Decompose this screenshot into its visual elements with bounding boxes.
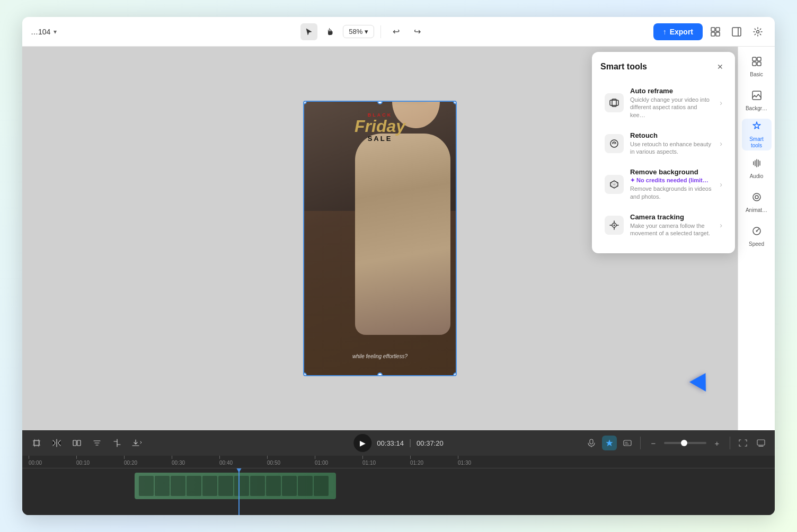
tl-download-button[interactable] <box>129 435 145 451</box>
remove-bg-badge: ✦ No credits needed (limit… <box>630 177 713 184</box>
svg-rect-0 <box>711 28 715 31</box>
svg-point-22 <box>614 143 615 144</box>
panel-item-speed[interactable]: Speed <box>742 220 772 252</box>
zoom-level: 58% <box>349 28 362 36</box>
svg-rect-12 <box>752 62 756 66</box>
zoom-control[interactable]: 58% ▾ <box>343 25 374 38</box>
hand-tool-button[interactable] <box>322 23 339 40</box>
audio-label: Audio <box>750 173 764 180</box>
ruler-mark-6: 01:00 <box>315 456 362 466</box>
track-frames <box>139 476 332 496</box>
camera-tracking-arrow: › <box>720 221 722 229</box>
panel-item-animate[interactable]: Animat… <box>742 187 772 218</box>
zoom-minus-icon: − <box>651 439 656 448</box>
zoom-plus-icon: + <box>715 439 720 448</box>
smart-tool-remove-bg[interactable]: Remove background ✦ No credits needed (l… <box>600 163 727 206</box>
toolbar-center: 58% ▾ ↩ ↪ <box>77 23 649 40</box>
app-window: …104 ▾ 58% ▾ ↩ ↪ ↑ Expor <box>22 17 775 515</box>
panel-item-smart-tools[interactable]: Smart tools <box>742 119 772 150</box>
captions-button[interactable] <box>620 436 635 450</box>
camera-tracking-desc: Make your camera follow the movement of … <box>630 222 713 237</box>
panel-item-basic[interactable]: Basic <box>742 51 772 83</box>
remove-bg-content: Remove background ✦ No credits needed (l… <box>630 168 713 200</box>
retouch-desc: Use retouch to enhance beauty in various… <box>630 140 713 156</box>
remove-bg-desc: Remove backgrounds in videos and photos. <box>630 185 713 200</box>
remove-bg-arrow: › <box>720 180 722 189</box>
select-tool-button[interactable] <box>300 23 317 40</box>
layout-grid-button[interactable] <box>707 23 724 40</box>
tl-side-by-side-button[interactable] <box>69 435 85 451</box>
svg-point-16 <box>755 196 758 199</box>
speed-label: Speed <box>749 241 764 247</box>
ruler-mark-3: 00:30 <box>172 456 219 466</box>
ruler-mark-2: 00:20 <box>124 456 172 466</box>
svg-rect-26 <box>73 440 76 446</box>
tl-split-button[interactable] <box>49 435 65 451</box>
svg-rect-1 <box>716 28 720 31</box>
undo-button[interactable]: ↩ <box>387 23 404 40</box>
title-caret[interactable]: ▾ <box>54 28 57 36</box>
play-icon: ▶ <box>360 439 366 447</box>
play-button[interactable]: ▶ <box>353 434 371 452</box>
video-title-overlay: BLACK Friday SALE <box>327 112 433 143</box>
zoom-minus-button[interactable]: − <box>646 436 661 450</box>
auto-reframe-content: Auto reframe Quickly change your video i… <box>630 87 713 119</box>
video-clip-inner: BLACK Friday SALE while feeling effortle… <box>304 102 456 375</box>
svg-rect-37 <box>757 440 765 445</box>
svg-rect-3 <box>716 32 720 36</box>
zoom-slider[interactable] <box>664 442 706 444</box>
timeline-content[interactable] <box>22 468 775 515</box>
timeline-track <box>29 473 775 499</box>
track-clip[interactable] <box>135 473 336 499</box>
svg-rect-36 <box>624 440 631 446</box>
panel-item-audio[interactable]: Audio <box>742 153 772 184</box>
svg-rect-13 <box>757 62 761 66</box>
animate-icon <box>751 192 762 205</box>
ruler-mark-1: 00:10 <box>76 456 124 466</box>
playhead[interactable] <box>238 468 240 515</box>
tl-trim-button[interactable] <box>29 435 45 451</box>
screen-layout-button[interactable] <box>754 436 768 450</box>
export-button[interactable]: ↑ Export <box>653 23 703 40</box>
ruler-mark-9: 01:30 <box>458 456 506 466</box>
current-time: 00:33:14 <box>377 439 404 447</box>
smart-tool-auto-reframe[interactable]: Auto reframe Quickly change your video i… <box>600 82 727 124</box>
smart-tool-retouch[interactable]: Retouch Use retouch to enhance beauty in… <box>600 126 727 161</box>
time-separator: | <box>409 438 411 448</box>
audio-icon <box>751 158 762 171</box>
friday-label: Friday <box>327 118 433 135</box>
smart-tools-close-button[interactable]: ✕ <box>714 60 727 73</box>
smart-tools-icon <box>751 121 762 134</box>
zoom-plus-button[interactable]: + <box>710 436 724 450</box>
video-clip[interactable]: BLACK Friday SALE while feeling effortle… <box>303 101 457 376</box>
settings-button[interactable] <box>749 23 766 40</box>
basic-icon <box>751 56 762 69</box>
svg-rect-10 <box>752 57 756 61</box>
zoom-slider-thumb[interactable] <box>681 440 687 446</box>
redo-button[interactable]: ↪ <box>409 23 426 40</box>
mic-button[interactable] <box>584 436 599 450</box>
background-label: Backgr… <box>746 105 767 112</box>
panel-toggle-button[interactable] <box>728 23 745 40</box>
timeline-area: ▶ 00:33:14 | 00:37:20 <box>22 430 775 515</box>
person-figure <box>355 134 450 335</box>
frame-1 <box>139 476 154 496</box>
smart-tool-camera-tracking[interactable]: Camera tracking Make your camera follow … <box>600 208 727 243</box>
panel-item-background[interactable]: Backgr… <box>742 85 772 117</box>
auto-reframe-title: Auto reframe <box>630 87 713 95</box>
svg-point-24 <box>614 224 615 226</box>
svg-point-15 <box>753 193 760 201</box>
auto-reframe-arrow: › <box>720 99 722 107</box>
tl-align-button[interactable] <box>109 435 125 451</box>
speed-icon <box>751 226 762 239</box>
fullscreen-button[interactable] <box>736 436 750 450</box>
total-time: 00:37:20 <box>417 439 444 447</box>
ruler-mark-4: 00:40 <box>219 456 267 466</box>
undo-icon: ↩ <box>393 26 400 37</box>
ruler-marks-container: 00:00 00:10 00:20 00:30 <box>22 456 506 466</box>
basic-label: Basic <box>750 72 763 78</box>
ai-assist-button[interactable] <box>602 436 617 450</box>
smart-tools-title: Smart tools <box>600 62 647 72</box>
toolbar: …104 ▾ 58% ▾ ↩ ↪ ↑ Expor <box>22 17 775 47</box>
tl-filter-button[interactable] <box>89 435 105 451</box>
